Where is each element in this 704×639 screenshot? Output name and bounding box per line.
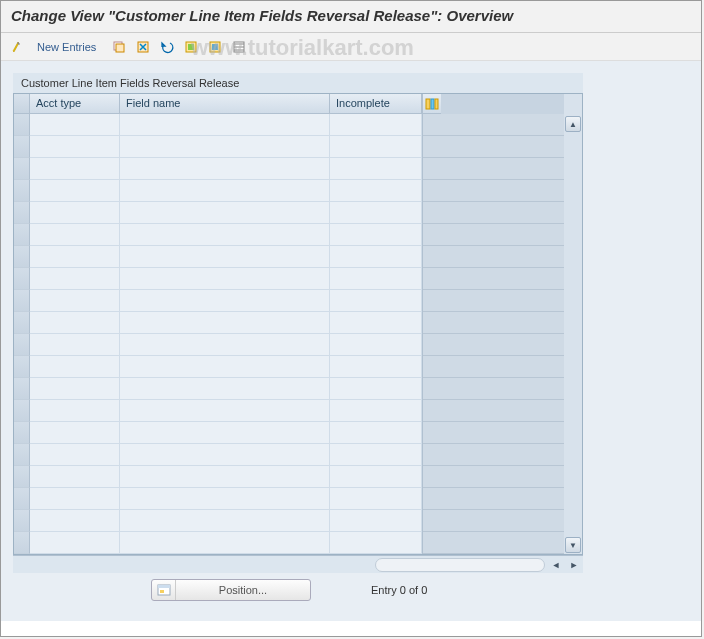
cell-incomplete[interactable]	[330, 422, 422, 444]
deselect-all-icon[interactable]	[230, 38, 248, 56]
scroll-track[interactable]	[566, 134, 580, 534]
cell-incomplete[interactable]	[330, 334, 422, 356]
table-row[interactable]	[30, 114, 422, 136]
scroll-left-icon[interactable]: ◄	[549, 558, 563, 572]
table-row[interactable]	[30, 510, 422, 532]
cell-incomplete[interactable]	[330, 378, 422, 400]
row-selector[interactable]	[14, 224, 30, 246]
cell-acct-type[interactable]	[30, 136, 120, 158]
cell-field-name[interactable]	[120, 466, 330, 488]
cell-acct-type[interactable]	[30, 158, 120, 180]
hscroll-track[interactable]	[375, 558, 545, 572]
row-selector[interactable]	[14, 246, 30, 268]
table-row[interactable]	[30, 180, 422, 202]
table-settings-icon[interactable]	[423, 94, 441, 114]
cell-incomplete[interactable]	[330, 400, 422, 422]
cell-acct-type[interactable]	[30, 444, 120, 466]
cell-field-name[interactable]	[120, 202, 330, 224]
cell-incomplete[interactable]	[330, 224, 422, 246]
select-block-icon[interactable]	[206, 38, 224, 56]
row-selector[interactable]	[14, 400, 30, 422]
toggle-view-icon[interactable]	[9, 38, 27, 56]
cell-acct-type[interactable]	[30, 532, 120, 554]
row-selector[interactable]	[14, 158, 30, 180]
row-selector[interactable]	[14, 532, 30, 554]
cell-field-name[interactable]	[120, 378, 330, 400]
cell-incomplete[interactable]	[330, 180, 422, 202]
cell-field-name[interactable]	[120, 422, 330, 444]
table-row[interactable]	[30, 246, 422, 268]
copy-icon[interactable]	[110, 38, 128, 56]
row-selector[interactable]	[14, 290, 30, 312]
cell-acct-type[interactable]	[30, 510, 120, 532]
cell-incomplete[interactable]	[330, 246, 422, 268]
scroll-up-icon[interactable]: ▲	[565, 116, 581, 132]
table-row[interactable]	[30, 202, 422, 224]
col-acct-type[interactable]: Acct type	[30, 94, 120, 114]
table-row[interactable]	[30, 290, 422, 312]
cell-field-name[interactable]	[120, 312, 330, 334]
cell-field-name[interactable]	[120, 268, 330, 290]
table-row[interactable]	[30, 268, 422, 290]
row-selector[interactable]	[14, 202, 30, 224]
select-all-icon[interactable]	[182, 38, 200, 56]
cell-acct-type[interactable]	[30, 378, 120, 400]
cell-incomplete[interactable]	[330, 136, 422, 158]
cell-acct-type[interactable]	[30, 290, 120, 312]
table-row[interactable]	[30, 356, 422, 378]
row-selector[interactable]	[14, 136, 30, 158]
cell-field-name[interactable]	[120, 158, 330, 180]
row-selector[interactable]	[14, 422, 30, 444]
row-selector[interactable]	[14, 334, 30, 356]
cell-field-name[interactable]	[120, 136, 330, 158]
cell-incomplete[interactable]	[330, 356, 422, 378]
cell-acct-type[interactable]	[30, 312, 120, 334]
row-selector[interactable]	[14, 356, 30, 378]
cell-field-name[interactable]	[120, 400, 330, 422]
cell-field-name[interactable]	[120, 114, 330, 136]
cell-incomplete[interactable]	[330, 444, 422, 466]
cell-incomplete[interactable]	[330, 290, 422, 312]
cell-incomplete[interactable]	[330, 466, 422, 488]
cell-acct-type[interactable]	[30, 180, 120, 202]
table-row[interactable]	[30, 136, 422, 158]
row-selector[interactable]	[14, 510, 30, 532]
table-row[interactable]	[30, 224, 422, 246]
table-row[interactable]	[30, 466, 422, 488]
row-selector[interactable]	[14, 466, 30, 488]
row-selector[interactable]	[14, 114, 30, 136]
row-selector[interactable]	[14, 180, 30, 202]
scroll-right-icon[interactable]: ►	[567, 558, 581, 572]
table-row[interactable]	[30, 378, 422, 400]
cell-acct-type[interactable]	[30, 356, 120, 378]
cell-acct-type[interactable]	[30, 246, 120, 268]
cell-acct-type[interactable]	[30, 114, 120, 136]
cell-acct-type[interactable]	[30, 466, 120, 488]
horizontal-scrollbar[interactable]: ◄ ►	[13, 555, 583, 573]
col-field-name[interactable]: Field name	[120, 94, 330, 114]
row-selector[interactable]	[14, 444, 30, 466]
cell-incomplete[interactable]	[330, 312, 422, 334]
table-row[interactable]	[30, 488, 422, 510]
cell-field-name[interactable]	[120, 224, 330, 246]
cell-acct-type[interactable]	[30, 422, 120, 444]
delete-icon[interactable]	[134, 38, 152, 56]
cell-field-name[interactable]	[120, 356, 330, 378]
table-row[interactable]	[30, 334, 422, 356]
cell-field-name[interactable]	[120, 246, 330, 268]
cell-acct-type[interactable]	[30, 488, 120, 510]
table-row[interactable]	[30, 532, 422, 554]
cell-field-name[interactable]	[120, 290, 330, 312]
cell-incomplete[interactable]	[330, 268, 422, 290]
row-selector[interactable]	[14, 488, 30, 510]
cell-field-name[interactable]	[120, 532, 330, 554]
scroll-down-icon[interactable]: ▼	[565, 537, 581, 553]
cell-field-name[interactable]	[120, 180, 330, 202]
cell-acct-type[interactable]	[30, 202, 120, 224]
new-entries-button[interactable]: New Entries	[33, 39, 100, 55]
cell-incomplete[interactable]	[330, 158, 422, 180]
cell-acct-type[interactable]	[30, 268, 120, 290]
table-row[interactable]	[30, 312, 422, 334]
cell-acct-type[interactable]	[30, 334, 120, 356]
table-row[interactable]	[30, 158, 422, 180]
